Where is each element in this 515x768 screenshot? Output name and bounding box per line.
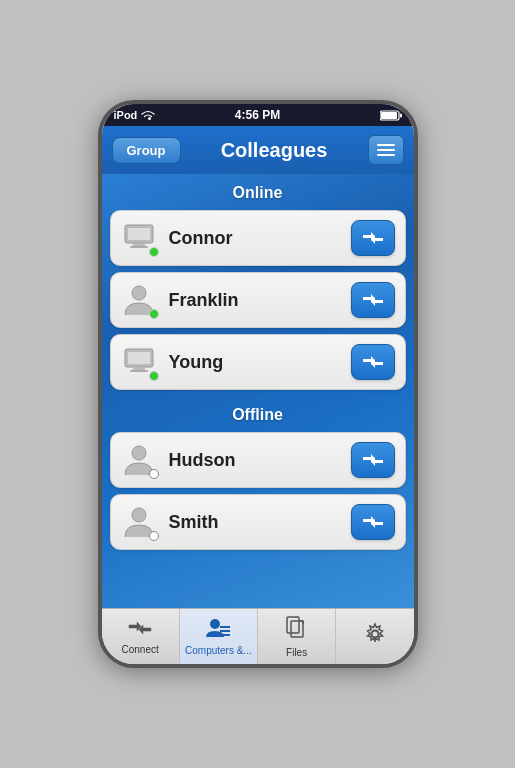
status-bar: iPod 4:56 PM [102, 104, 414, 126]
group-button[interactable]: Group [112, 137, 181, 164]
connect-button-connor[interactable] [351, 220, 395, 256]
svg-rect-18 [287, 617, 299, 633]
arrows-icon-hudson [361, 451, 385, 469]
svg-rect-9 [128, 352, 150, 364]
battery-icon [380, 110, 402, 121]
arrows-icon-connor [361, 229, 385, 247]
connect-button-smith[interactable] [351, 504, 395, 540]
connect-button-franklin[interactable] [351, 282, 395, 318]
svg-rect-2 [400, 113, 402, 117]
tab-bar: Connect Computers &... [102, 608, 414, 664]
status-dot-franklin [149, 309, 159, 319]
contact-icon-hudson [121, 441, 159, 479]
tab-computers-label: Computers &... [185, 645, 252, 656]
arrows-icon-franklin [361, 291, 385, 309]
connect-button-young[interactable] [351, 344, 395, 380]
svg-rect-11 [130, 370, 148, 372]
device-label: iPod [114, 109, 138, 121]
contact-row-connor[interactable]: Connor [110, 210, 406, 266]
contact-name-young: Young [169, 352, 351, 373]
gear-tab-icon [363, 622, 387, 650]
svg-point-13 [132, 508, 146, 522]
svg-point-7 [132, 286, 146, 300]
contact-row-young[interactable]: Young [110, 334, 406, 390]
status-dot-hudson [149, 469, 159, 479]
contact-row-smith[interactable]: Smith [110, 494, 406, 550]
nav-title: Colleagues [181, 139, 368, 162]
contact-name-connor: Connor [169, 228, 351, 249]
hamburger-line-1 [377, 144, 395, 146]
svg-rect-19 [291, 621, 303, 637]
svg-rect-6 [130, 246, 148, 248]
tab-settings[interactable] [336, 609, 413, 664]
tab-computers[interactable]: Computers &... [180, 609, 258, 664]
contact-name-franklin: Franklin [169, 290, 351, 311]
svg-rect-5 [133, 243, 145, 246]
contact-row-franklin[interactable]: Franklin [110, 272, 406, 328]
svg-rect-1 [381, 112, 397, 119]
status-right [380, 110, 402, 121]
contact-icon-young [121, 343, 159, 381]
status-dot-connor [149, 247, 159, 257]
contact-name-smith: Smith [169, 512, 351, 533]
svg-rect-10 [133, 367, 145, 370]
svg-point-20 [371, 630, 378, 637]
status-dot-smith [149, 531, 159, 541]
tab-connect[interactable]: Connect [102, 609, 180, 664]
svg-rect-4 [128, 228, 150, 240]
arrows-icon-smith [361, 513, 385, 531]
computers-tab-icon [205, 617, 231, 643]
section-header-offline: Offline [110, 396, 406, 432]
main-content: Online Connor [102, 174, 414, 608]
menu-button[interactable] [368, 135, 404, 165]
status-left: iPod [114, 109, 156, 121]
contact-name-hudson: Hudson [169, 450, 351, 471]
contact-icon-smith [121, 503, 159, 541]
nav-bar: Group Colleagues [102, 126, 414, 174]
connect-button-hudson[interactable] [351, 442, 395, 478]
hamburger-line-3 [377, 154, 395, 156]
tab-files[interactable]: Files [258, 609, 336, 664]
arrows-icon-young [361, 353, 385, 371]
section-header-online: Online [110, 174, 406, 210]
svg-point-14 [210, 619, 220, 629]
contact-icon-connor [121, 219, 159, 257]
contact-row-hudson[interactable]: Hudson [110, 432, 406, 488]
files-tab-icon [286, 615, 308, 645]
tab-files-label: Files [286, 647, 307, 658]
tab-connect-label: Connect [122, 644, 159, 655]
phone-frame: iPod 4:56 PM Group Colleagues [98, 100, 418, 668]
svg-point-12 [132, 446, 146, 460]
contact-icon-franklin [121, 281, 159, 319]
status-time: 4:56 PM [235, 108, 280, 122]
status-dot-young [149, 371, 159, 381]
hamburger-line-2 [377, 149, 395, 151]
connect-tab-icon [127, 618, 153, 642]
wifi-icon [141, 110, 155, 121]
